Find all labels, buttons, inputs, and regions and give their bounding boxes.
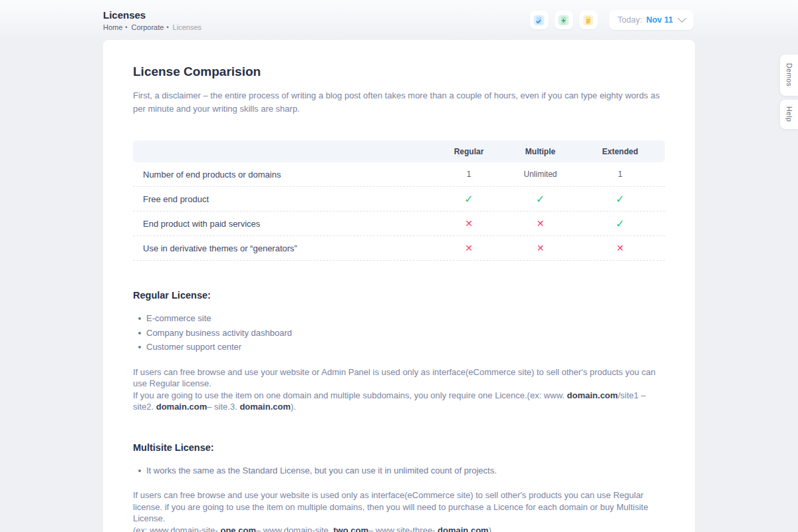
doc-lines-icon[interactable] <box>579 11 598 29</box>
table-row: Use in derivative themes or “generators”… <box>133 236 665 261</box>
cross-icon: ✕ <box>505 218 575 229</box>
cross-icon: ✕ <box>432 218 505 229</box>
table-row: Free end product✓✓✓ <box>133 187 665 211</box>
emphasized-text: one.com <box>220 525 255 532</box>
side-tab-help[interactable]: Help <box>780 100 798 129</box>
paragraph-text: If users can free browse and use your we… <box>133 367 656 389</box>
column-header-multiple: Multiple <box>505 147 575 156</box>
emphasized-text: domain.com <box>239 402 291 412</box>
section-paragraph: (ex: www.domain-site- one.com– www.domai… <box>133 525 665 532</box>
breadcrumb-item-corporate[interactable]: Corporate <box>132 23 164 31</box>
table-cell: Unlimited <box>505 170 575 179</box>
table-cell: 1 <box>432 170 505 179</box>
doc-check-icon[interactable] <box>530 11 549 29</box>
row-label: Free end product <box>133 194 432 204</box>
section-heading: Multisite License: <box>133 442 665 453</box>
date-prefix-label: Today: <box>618 15 642 25</box>
doc-lines-icon <box>583 15 594 26</box>
emphasized-text: domain.com <box>567 390 618 400</box>
main-heading: License Comparision <box>133 65 665 79</box>
section-paragraph: If users can free browse and use your we… <box>133 366 665 390</box>
table-cell: 1 <box>575 170 665 179</box>
emphasized-text: domain.com <box>438 525 489 532</box>
date-value: Nov 11 <box>646 15 673 25</box>
license-section: Regular License:E-commerce siteCompany b… <box>133 290 665 413</box>
breadcrumb-separator: • <box>166 24 168 31</box>
header-actions: Today: Nov 11 <box>530 10 694 30</box>
row-label: Use in derivative themes or “generators” <box>133 243 432 253</box>
title-block: Licenses Home•Corporate•Licenses <box>103 9 201 31</box>
check-icon: ✓ <box>432 193 505 205</box>
table-row: Number of end products or domains1Unlimi… <box>133 162 665 187</box>
table-body: Number of end products or domains1Unlimi… <box>133 162 665 261</box>
comparison-table: Regular Multiple Extended Number of end … <box>133 140 665 261</box>
paragraph-text: – www.domain-site. <box>256 525 333 532</box>
list-item: It works the same as the Standard Licens… <box>138 464 665 478</box>
paragraph-text: If users can free browse and use your we… <box>133 490 648 523</box>
paragraph-text: ). <box>291 402 296 412</box>
list-item: Customer support center <box>138 340 665 354</box>
license-section: Multisite License:It works the same as t… <box>133 442 665 532</box>
chevron-down-icon <box>678 14 686 23</box>
table-header-row: Regular Multiple Extended <box>133 140 665 162</box>
doc-check-icon <box>533 15 545 26</box>
list-item: E-commerce site <box>138 311 665 326</box>
table-row: End product with paid services✕✕✓ <box>133 211 665 236</box>
breadcrumb-separator: • <box>125 24 127 31</box>
column-header-regular: Regular <box>432 147 505 156</box>
emphasized-text: two.com <box>333 525 368 532</box>
intro-text: First, a disclaimer – the entire process… <box>133 89 665 116</box>
license-sections: Regular License:E-commerce siteCompany b… <box>133 290 665 532</box>
check-icon: ✓ <box>575 193 665 205</box>
paragraph-text: – site.3. <box>207 402 239 412</box>
paragraph-text: ). <box>489 525 494 532</box>
top-bar: Licenses Home•Corporate•Licenses <box>0 0 798 40</box>
side-tab-help-label: Help <box>785 106 793 122</box>
emphasized-text: domain.com <box>156 402 207 412</box>
section-paragraph: If users can free browse and use your we… <box>133 489 665 525</box>
section-paragraph: If you are going to use the item on one … <box>133 390 665 413</box>
paragraph-text: If you are going to use the item on one … <box>133 390 567 400</box>
side-tab-demos[interactable]: Demos <box>780 55 798 96</box>
row-label: Number of end products or domains <box>133 170 432 180</box>
page-title: Licenses <box>103 9 201 21</box>
paragraph-text: – www.site-three- <box>368 525 438 532</box>
bullet-list: It works the same as the Standard Licens… <box>138 464 665 478</box>
cross-icon: ✕ <box>505 243 575 253</box>
doc-plus-icon <box>558 15 569 26</box>
list-item: Company business activity dashboard <box>138 326 665 340</box>
bullet-list: E-commerce siteCompany business activity… <box>138 311 665 354</box>
breadcrumb: Home•Corporate•Licenses <box>103 23 201 31</box>
column-header-extended: Extended <box>575 147 665 156</box>
side-tab-demos-label: Demos <box>785 63 793 86</box>
section-heading: Regular License: <box>133 290 665 301</box>
content-card: License Comparision First, a disclaimer … <box>103 40 695 532</box>
check-icon: ✓ <box>575 217 665 230</box>
row-label: End product with paid services <box>133 219 432 229</box>
breadcrumb-item-home[interactable]: Home <box>103 23 122 31</box>
cross-icon: ✕ <box>575 243 665 253</box>
date-selector[interactable]: Today: Nov 11 <box>609 10 694 30</box>
paragraph-text: (ex: www.domain-site- <box>133 525 220 532</box>
doc-plus-icon[interactable] <box>555 11 573 29</box>
breadcrumb-item-licenses: Licenses <box>173 23 201 31</box>
cross-icon: ✕ <box>432 243 505 253</box>
check-icon: ✓ <box>505 193 575 205</box>
